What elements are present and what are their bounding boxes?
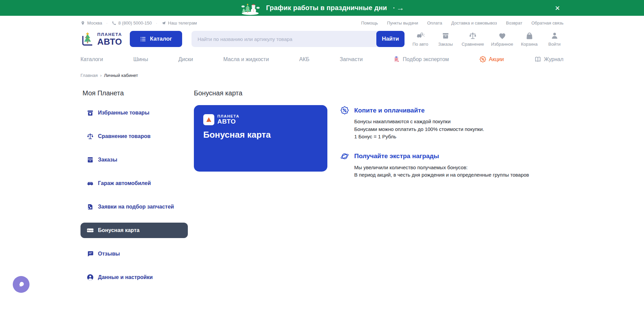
sidebar-item-bonus-card[interactable]: Бонус Бонусная карта: [80, 223, 188, 238]
favorites-heart-icon: [498, 32, 506, 40]
header-quick-links: По авто Заказы Сравнение Избранное: [411, 32, 564, 47]
sidebar-item-label: Данные и настройки: [98, 274, 153, 280]
topbar-link-returns[interactable]: Возврат: [506, 20, 522, 26]
bonus-card-icon-text: Бонус: [88, 230, 93, 231]
logo-wordmark: ПЛАНЕТА АВТО: [97, 32, 122, 46]
benefit-line: Бонусы накапливаются с каждой покупки: [354, 118, 529, 126]
breadcrumb-separator: ›: [100, 73, 102, 78]
sidebar-item-parts-requests[interactable]: Заявки на подбор запчастей: [80, 199, 188, 215]
sidebar-item-compare[interactable]: Сравнение товаров: [80, 129, 188, 144]
telegram-link[interactable]: Наш телеграм: [161, 20, 197, 26]
sidebar-item-label: Гараж автомобилей: [98, 180, 151, 186]
logo-line2: АВТО: [97, 37, 122, 46]
quick-link-compare[interactable]: Сравнение: [462, 32, 484, 47]
sidebar-item-orders[interactable]: Заказы: [80, 152, 188, 168]
logo-holiday-tree-icon: [80, 32, 95, 46]
nav-item-parts[interactable]: Запчасти: [340, 56, 363, 62]
search-button[interactable]: Найти: [376, 31, 405, 47]
sidebar-title: Моя Планета: [83, 89, 188, 97]
sidebar-item-favorites[interactable]: Избранные товары: [80, 105, 188, 121]
expert-clipboard-icon: [393, 56, 400, 63]
bonus-card-label: Бонусная карта: [203, 130, 318, 140]
close-icon[interactable]: ✕: [555, 5, 560, 11]
journal-book-icon: [534, 56, 541, 63]
percent-badge-icon: [340, 106, 349, 115]
separator: ·: [106, 20, 107, 26]
benefit-extra-rewards: Получайте экстра награды Мы увеличили ко…: [340, 152, 529, 179]
topbar-link-feedback[interactable]: Обратная связь: [531, 20, 564, 26]
promo-banner-content: График работы в праздничные дни →: [240, 1, 404, 15]
telegram-label: Наш телеграм: [168, 20, 197, 26]
nav-item-promotions[interactable]: Акции: [479, 56, 504, 63]
topbar-left: Москва · 8 (800) 5000-150 · Наш телеграм: [80, 20, 197, 26]
quick-link-label: Заказы: [438, 42, 453, 47]
bonus-card-wordmark: ПЛАНЕТА АВТО: [217, 115, 239, 125]
chat-widget-icon: [16, 280, 26, 289]
compare-scales-icon: [87, 133, 94, 140]
nav-item-catalogs[interactable]: Каталоги: [80, 56, 103, 62]
quick-link-label: По авто: [413, 42, 428, 47]
topbar-right: Помощь Пункты выдачи Оплата Доставка и с…: [361, 20, 564, 26]
sidebar-item-reviews[interactable]: Отзывы: [80, 246, 188, 262]
city-selector[interactable]: Москва: [80, 20, 102, 26]
bonus-card[interactable]: ПЛАНЕТА АВТО Бонусная карта: [194, 105, 327, 172]
compare-icon: [469, 32, 477, 40]
brand-badge: [203, 114, 214, 125]
benefits-list: Копите и оплачивайте Бонусы накапливаютс…: [340, 105, 529, 190]
profile-settings-icon: [87, 274, 94, 281]
reviews-chat-icon: [87, 250, 94, 258]
arrow-right-icon: →: [393, 3, 404, 12]
logo[interactable]: ПЛАНЕТА АВТО: [80, 32, 122, 46]
sidebar-item-label: Бонусная карта: [98, 227, 140, 233]
quick-link-login[interactable]: Войти: [545, 32, 564, 47]
nav-item-label: Акции: [489, 56, 504, 62]
phone-link[interactable]: 8 (800) 5000-150: [112, 20, 152, 26]
topbar-link-payment[interactable]: Оплата: [427, 20, 442, 26]
topbar-link-delivery[interactable]: Доставка и самовывоз: [451, 20, 497, 26]
sidebar-item-garage[interactable]: Гараж автомобилей: [80, 176, 188, 191]
nav-item-journal[interactable]: Журнал: [534, 56, 564, 63]
nav-item-label: Журнал: [544, 56, 564, 62]
utility-topbar: Москва · 8 (800) 5000-150 · Наш телеграм…: [80, 20, 564, 26]
page-title: Бонусная карта: [194, 89, 564, 97]
category-nav: Каталоги Шины Диски Масла и жидкости АКБ…: [80, 56, 564, 63]
breadcrumb-home[interactable]: Главная: [80, 73, 98, 78]
cart-bag-icon: [525, 32, 534, 40]
benefit-line: 1 Бонус = 1 Рубль: [354, 133, 529, 141]
nav-item-wheels[interactable]: Диски: [178, 56, 193, 62]
holiday-illustration-icon: [240, 2, 261, 15]
account-content: Моя Планета Избранные товары Сравнение т…: [80, 88, 564, 293]
nav-item-oils[interactable]: Масла и жидкости: [223, 56, 269, 62]
quick-link-favorites[interactable]: Избранное: [491, 32, 513, 47]
card-logo-line2: АВТО: [217, 118, 239, 125]
benefit-line: Мы увеличили количество получаемых бонус…: [354, 164, 529, 172]
nav-item-expert-selection[interactable]: Подбор экспертом: [393, 56, 449, 63]
nav-item-label: Подбор экспертом: [403, 56, 449, 62]
quick-link-by-car[interactable]: По авто: [411, 32, 429, 47]
catalog-button[interactable]: Каталог: [130, 31, 182, 47]
promo-banner[interactable]: График работы в праздничные дни → ✕: [0, 0, 644, 16]
separator: ·: [156, 20, 157, 26]
nav-item-tires[interactable]: Шины: [133, 56, 148, 62]
search-input[interactable]: [192, 31, 405, 47]
topbar-link-pickup-points[interactable]: Пункты выдачи: [387, 20, 418, 26]
quick-link-label: Избранное: [491, 42, 513, 47]
catalog-button-label: Каталог: [150, 36, 172, 42]
quick-link-cart[interactable]: Корзина: [520, 32, 538, 47]
chat-widget-button[interactable]: [13, 276, 30, 293]
topbar-link-help[interactable]: Помощь: [361, 20, 378, 26]
quick-link-orders[interactable]: Заказы: [436, 32, 454, 47]
logo-line1: ПЛАНЕТА: [97, 32, 122, 37]
orders-icon: [441, 32, 450, 40]
orders-box-icon: [87, 156, 94, 164]
sidebar-item-label: Отзывы: [98, 251, 120, 257]
sidebar-item-settings[interactable]: Данные и настройки: [80, 270, 188, 285]
nav-item-batteries[interactable]: АКБ: [299, 56, 310, 62]
sidebar-item-label: Заявки на подбор запчастей: [98, 204, 174, 210]
benefit-line: В период акций, в честь дня рождения и н…: [354, 171, 529, 179]
quick-link-label: Сравнение: [462, 42, 484, 47]
planet-icon: [340, 152, 349, 161]
breadcrumb-current: Личный кабинет: [104, 73, 138, 78]
bonus-card-icon: Бонус: [87, 227, 94, 234]
banner-text: График работы в праздничные дни: [266, 4, 387, 12]
